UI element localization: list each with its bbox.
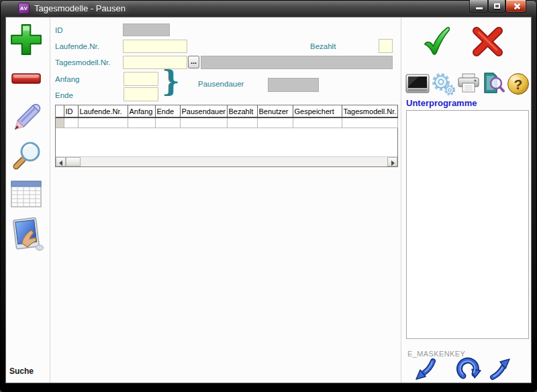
ende-input[interactable]: [124, 87, 158, 101]
table-cell[interactable]: [64, 117, 78, 128]
arrow-down-left-icon: [413, 358, 438, 382]
settings-button[interactable]: [432, 72, 456, 95]
column-header-anfang[interactable]: Anfang: [128, 105, 155, 117]
column-header-gespeichert[interactable]: Gespeichert: [293, 105, 342, 117]
arrow-up-right-icon: [488, 356, 512, 381]
x-icon: [470, 26, 505, 58]
window-title: Tagesmodelle - Pausen: [34, 3, 126, 13]
pencil-icon: [10, 102, 42, 134]
checkmark-icon: [420, 24, 454, 59]
column-header-laufende-nr[interactable]: Laufende.Nr.: [78, 105, 128, 117]
printer-icon: [456, 72, 481, 94]
plus-icon: [9, 22, 43, 57]
minus-icon: [11, 70, 42, 87]
unterprogramme-listbox[interactable]: [406, 110, 529, 339]
tagesmodell-nr-label: Tagesmodell.Nr.: [55, 58, 110, 66]
close-button[interactable]: [505, 0, 526, 13]
id-label: ID: [55, 26, 63, 34]
nav-refresh-button[interactable]: [455, 354, 482, 383]
table-cell[interactable]: [227, 117, 257, 128]
column-header-bezahlt[interactable]: Bezahlt: [227, 105, 257, 117]
column-header-pausendauer[interactable]: Pausendauer: [180, 105, 227, 117]
anfang-input[interactable]: [124, 72, 158, 86]
tagesmodell-text-field: [201, 56, 393, 69]
help-button[interactable]: ?: [507, 72, 530, 95]
bezahlt-label: Bezahlt: [310, 42, 336, 50]
minimize-icon: [476, 7, 483, 9]
scroll-right-button[interactable]: [387, 157, 397, 166]
pausendauer-label: Pausendauer: [198, 80, 244, 88]
search-button[interactable]: [11, 140, 43, 172]
maximize-button[interactable]: [488, 0, 505, 13]
row-selector-cell[interactable]: [56, 117, 64, 128]
ende-label: Ende: [55, 91, 73, 99]
table-cell[interactable]: [342, 117, 397, 128]
print-button[interactable]: [456, 72, 481, 94]
table-cell[interactable]: [128, 117, 155, 128]
add-button[interactable]: [9, 22, 43, 57]
brace-glyph: }: [162, 66, 180, 98]
data-search-button[interactable]: [481, 71, 505, 94]
column-header-benutzer[interactable]: Benutzer: [257, 105, 293, 117]
grid-view-button[interactable]: [11, 180, 42, 208]
svg-text:?: ?: [514, 77, 523, 92]
pauses-grid: ID Laufende.Nr. Anfang Ende Pausendauer …: [55, 105, 398, 167]
nav-forward-button[interactable]: [488, 356, 512, 381]
bezahlt-input[interactable]: [379, 39, 393, 53]
edit-button[interactable]: [10, 102, 42, 134]
column-header-ende[interactable]: Ende: [155, 105, 180, 117]
tagesmodell-lookup-button[interactable]: ...: [188, 56, 199, 68]
help-icon: ?: [507, 72, 530, 95]
gears-icon: [432, 72, 456, 95]
laufende-nr-label: Laufende.Nr.: [55, 42, 99, 50]
title-bar[interactable]: AV Tagesmodelle - Pausen: [0, 0, 537, 17]
circular-arrow-icon: [455, 354, 482, 383]
minimize-button[interactable]: [469, 0, 488, 13]
anfang-label: Anfang: [55, 75, 79, 83]
ok-button[interactable]: [420, 24, 454, 59]
exit-button[interactable]: [9, 215, 44, 252]
grid-header-row: ID Laufende.Nr. Anfang Ende Pausendauer …: [56, 105, 397, 117]
close-icon: [513, 3, 520, 10]
id-field: [123, 23, 170, 36]
horizontal-scrollbar: [56, 156, 397, 166]
book-magnifier-icon: [481, 71, 505, 94]
scrollbar-thumb[interactable]: [66, 157, 81, 166]
delete-button[interactable]: [11, 70, 42, 87]
laufende-nr-input[interactable]: [123, 40, 187, 53]
app-icon: AV: [18, 3, 30, 14]
table-cell[interactable]: [257, 117, 293, 128]
app-window: AV Tagesmodelle - Pausen: [0, 0, 537, 392]
column-header-tagesmodell-nr[interactable]: Tagesmodell.Nr.: [342, 105, 397, 117]
panel-divider: [401, 17, 401, 383]
screen-button[interactable]: [405, 74, 430, 94]
table-cell[interactable]: [180, 117, 227, 128]
suche-label: Suche: [9, 366, 34, 376]
scroll-left-button[interactable]: [56, 157, 66, 166]
table-cell[interactable]: [155, 117, 180, 128]
column-header-selector[interactable]: [56, 105, 64, 117]
column-header-id[interactable]: ID: [64, 105, 78, 117]
cancel-button[interactable]: [470, 26, 505, 58]
table-cell[interactable]: [293, 117, 342, 128]
unterprogramme-label: Unterprogramme: [406, 98, 477, 108]
table-cell[interactable]: [78, 117, 128, 128]
sidebar-divider: [50, 17, 50, 383]
monitor-hand-icon: [9, 215, 44, 252]
table-icon: [11, 180, 42, 208]
maximize-icon: [494, 3, 500, 9]
table-row[interactable]: [56, 117, 397, 128]
scrollbar-track[interactable]: [81, 157, 387, 166]
nav-back-button[interactable]: [413, 358, 438, 382]
pauses-table: ID Laufende.Nr. Anfang Ende Pausendauer …: [56, 105, 398, 128]
search-icon: [11, 140, 43, 172]
pausendauer-field: [268, 78, 319, 92]
monitor-icon: [405, 74, 430, 94]
